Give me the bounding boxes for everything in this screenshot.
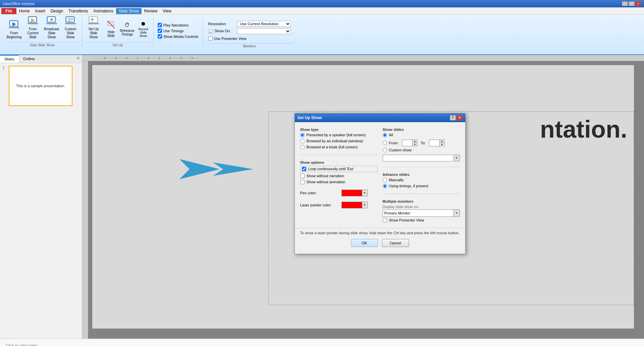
broadcast-button[interactable]: Broadcast Slide Show bbox=[43, 17, 60, 41]
menu-design[interactable]: Design bbox=[48, 8, 66, 14]
maximize-button[interactable]: □ bbox=[629, 1, 635, 6]
svg-rect-28 bbox=[208, 30, 213, 33]
from-current-button[interactable]: From Current Slide bbox=[24, 17, 42, 41]
close-button[interactable]: ✕ bbox=[635, 1, 641, 6]
option-browsed-kiosk-radio[interactable] bbox=[300, 145, 305, 149]
laser-color-swatch bbox=[342, 202, 362, 208]
from-label: From: bbox=[389, 141, 399, 145]
play-narrations-row[interactable]: Play Narrations bbox=[158, 23, 199, 27]
show-media-checkbox[interactable] bbox=[158, 34, 162, 39]
option-presented-row[interactable]: Presented by a speaker (full screen) bbox=[300, 133, 377, 137]
from-spin-down[interactable]: ▼ bbox=[413, 143, 417, 146]
from-spin[interactable]: ▲ ▼ bbox=[402, 140, 417, 146]
from-beginning-button[interactable]: From Beginning bbox=[5, 17, 23, 41]
slide-panel-close[interactable]: ✕ bbox=[74, 55, 82, 63]
show-presenter-view-row[interactable]: Show Presenter View bbox=[383, 218, 460, 223]
option-browsed-individual-row[interactable]: Browsed by an individual (window) bbox=[300, 139, 377, 143]
custom-show-input[interactable] bbox=[383, 156, 453, 160]
to-spin-up[interactable]: ▲ bbox=[440, 140, 444, 143]
laser-color-dropdown[interactable]: ▾ bbox=[362, 202, 367, 208]
show-presenter-view-checkbox[interactable] bbox=[383, 218, 387, 223]
using-timings-radio[interactable] bbox=[383, 184, 387, 188]
custom-show-row[interactable]: Custom show: bbox=[383, 148, 460, 152]
ribbon-group-monitors: Resolution: Use Current Resolution bbox=[203, 17, 296, 47]
outline-tab[interactable]: Outline bbox=[19, 55, 39, 63]
notes-bar[interactable]: Click to add notes bbox=[0, 339, 644, 346]
using-timings-row[interactable]: Using timings, if present bbox=[383, 184, 460, 188]
dialog-close-button[interactable]: ✕ bbox=[457, 115, 463, 120]
show-on-select[interactable] bbox=[237, 28, 291, 34]
slides-tab[interactable]: Slides bbox=[0, 55, 19, 63]
from-slides-row[interactable]: From: bbox=[383, 141, 399, 145]
show-on-label: Show On: bbox=[208, 29, 235, 33]
manually-row[interactable]: Manually bbox=[383, 178, 460, 182]
custom-show-dropdown[interactable]: ▾ bbox=[383, 155, 460, 161]
option-browsed-individual-radio[interactable] bbox=[300, 139, 305, 143]
menu-slideshow[interactable]: Slide Show bbox=[116, 8, 142, 14]
use-presenter-checkbox[interactable] bbox=[208, 36, 213, 41]
main-area: Slides Outline ✕ 1 This is a sample pres… bbox=[0, 55, 644, 339]
all-slides-radio[interactable] bbox=[383, 133, 387, 137]
menu-transitions[interactable]: Transitions bbox=[66, 8, 91, 14]
from-to-row: From: ▲ ▼ To: bbox=[383, 140, 460, 146]
loop-row[interactable]: Loop continuously until 'Esc' bbox=[300, 166, 377, 172]
from-spin-up[interactable]: ▲ bbox=[413, 140, 417, 143]
pen-color-button[interactable]: ▾ bbox=[341, 190, 368, 196]
svg-rect-7 bbox=[28, 23, 38, 24]
use-timings-checkbox[interactable] bbox=[158, 29, 162, 33]
to-spin-input[interactable] bbox=[429, 140, 439, 146]
no-animation-checkbox[interactable] bbox=[300, 180, 305, 184]
dialog-help-button[interactable]: ? bbox=[450, 115, 456, 120]
hide-slide-icon bbox=[107, 21, 115, 30]
manually-radio[interactable] bbox=[383, 178, 387, 182]
all-slides-row[interactable]: All bbox=[383, 133, 460, 137]
record-button[interactable]: ⏺ Record Slide Show bbox=[136, 17, 151, 41]
from-spin-input[interactable] bbox=[402, 140, 412, 146]
to-spin[interactable]: ▲ ▼ bbox=[429, 140, 444, 146]
cancel-button[interactable]: Cancel bbox=[382, 239, 409, 247]
no-narration-row[interactable]: Show without narration bbox=[300, 174, 377, 178]
no-animation-row[interactable]: Show without animation bbox=[300, 180, 377, 184]
to-label: To: bbox=[421, 141, 426, 145]
menu-insert[interactable]: Insert bbox=[33, 8, 48, 14]
custom-show-radio[interactable] bbox=[383, 148, 387, 152]
set-up-slideshow-button[interactable]: Set Up Slide Show bbox=[85, 17, 102, 41]
menu-home[interactable]: Home bbox=[16, 8, 33, 14]
pen-color-dropdown[interactable]: ▾ bbox=[362, 190, 367, 196]
loop-checkbox[interactable] bbox=[302, 167, 306, 171]
rehearse-button[interactable]: ⏱ Rehearse Timings bbox=[120, 17, 135, 41]
option-presented-radio[interactable] bbox=[300, 133, 305, 137]
to-spin-down[interactable]: ▼ bbox=[440, 143, 444, 146]
laser-color-label: Laser pointer color: bbox=[300, 203, 339, 207]
rehearse-icon: ⏱ bbox=[124, 22, 130, 28]
title-bar: LibreOffice Impress ─ □ ✕ bbox=[0, 0, 644, 7]
hide-slide-button[interactable]: Hide Slide bbox=[104, 17, 118, 41]
no-narration-checkbox[interactable] bbox=[300, 174, 305, 178]
slide-thumbnail[interactable]: This is a sample presentation. bbox=[9, 66, 72, 106]
custom-slideshow-button[interactable]: Custom Slide Show bbox=[62, 17, 79, 41]
menu-view[interactable]: View bbox=[160, 8, 174, 14]
monitor-dropdown-arrow[interactable]: ▾ bbox=[453, 210, 460, 216]
ok-button[interactable]: OK bbox=[351, 239, 378, 247]
monitor-select[interactable]: Primary Monitor ▾ bbox=[383, 209, 460, 217]
resolution-row: Resolution: Use Current Resolution bbox=[208, 21, 291, 27]
window-controls: ─ □ ✕ bbox=[622, 1, 641, 6]
show-media-row[interactable]: Show Media Controls bbox=[158, 34, 199, 39]
from-slides-radio[interactable] bbox=[383, 141, 387, 145]
option-browsed-kiosk-row[interactable]: Browsed at a kiosk (full screen) bbox=[300, 145, 377, 149]
laser-color-button[interactable]: ▾ bbox=[341, 202, 368, 208]
play-narrations-checkbox[interactable] bbox=[158, 23, 162, 27]
ribbon-checkbox-list: Play Narrations Use Timings Show Media C… bbox=[156, 20, 200, 41]
custom-show-arrow[interactable]: ▾ bbox=[453, 155, 460, 161]
use-timings-row[interactable]: Use Timings bbox=[158, 29, 199, 33]
use-presenter-row[interactable]: Use Presenter View bbox=[208, 36, 291, 41]
menu-review[interactable]: Review bbox=[142, 8, 160, 14]
resolution-select[interactable]: Use Current Resolution bbox=[237, 21, 291, 27]
minimize-button[interactable]: ─ bbox=[622, 1, 628, 6]
menu-animations[interactable]: Animations bbox=[91, 8, 116, 14]
app-title: LibreOffice Impress bbox=[3, 2, 622, 6]
menu-file[interactable]: File bbox=[1, 8, 16, 14]
list-item[interactable]: 1 This is a sample presentation. bbox=[3, 66, 79, 106]
slide-list: 1 This is a sample presentation. bbox=[0, 63, 82, 339]
svg-rect-17 bbox=[65, 23, 76, 24]
